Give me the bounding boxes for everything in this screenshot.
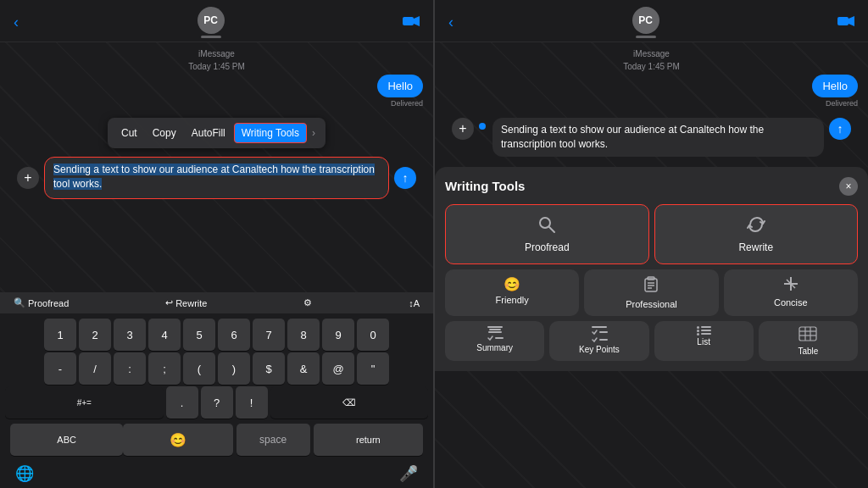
svg-marker-1	[414, 16, 420, 26]
table-icon	[798, 326, 817, 345]
delivered-label-left: Delivered	[10, 99, 423, 108]
add-attachment-button[interactable]: +	[17, 167, 39, 189]
aa-tool[interactable]: ↕A	[409, 298, 420, 308]
toolbar-chevron-icon[interactable]: ›	[309, 124, 319, 142]
back-button-left[interactable]: ‹	[14, 14, 19, 31]
rewrite-icon: ↩	[165, 297, 173, 308]
key-colon[interactable]: :	[114, 352, 146, 385]
video-call-button-left[interactable]	[403, 14, 420, 31]
settings-icon: ⚙	[303, 297, 312, 308]
key-semicolon[interactable]: ;	[148, 352, 181, 385]
back-button-right[interactable]: ‹	[448, 14, 453, 31]
globe-icon[interactable]: 🌐	[15, 464, 34, 483]
key-5[interactable]: 5	[183, 319, 215, 351]
context-toolbar-left: Cut Copy AutoFill Writing Tools ›	[108, 118, 326, 148]
key-dash[interactable]: -	[44, 352, 76, 385]
key-hashplus[interactable]: #+=	[5, 386, 164, 419]
list-tool-btn[interactable]: List	[654, 321, 754, 361]
keyboard-row4: ABC 😊 space return	[2, 420, 431, 461]
concise-tool-btn[interactable]: Concise	[724, 269, 858, 316]
send-button-right[interactable]: ↑	[829, 118, 851, 140]
rewrite-tool-btn[interactable]: Rewrite	[654, 204, 859, 264]
key-amp[interactable]: &	[287, 352, 320, 385]
key-dollar[interactable]: $	[253, 352, 285, 385]
mic-icon[interactable]: 🎤	[399, 464, 418, 483]
contact-info-right[interactable]: PC	[632, 7, 659, 38]
avatar-left: PC	[198, 7, 225, 34]
svg-rect-2	[837, 17, 849, 25]
left-header: ‹ PC	[0, 0, 433, 42]
proofread-tool-label: Proofread	[525, 241, 570, 253]
right-header: ‹ PC	[435, 0, 868, 42]
svg-marker-3	[849, 16, 854, 26]
key-4[interactable]: 4	[148, 319, 181, 351]
message-input-right[interactable]: Sending a text to show our audience at C…	[492, 118, 824, 157]
right-phone: ‹ PC iMessage Today 1:45 PM Hello Delive…	[435, 0, 868, 488]
panel-title: Writing Tools	[445, 179, 525, 193]
svg-rect-14	[799, 327, 816, 341]
keypoints-label: Key Points	[579, 345, 620, 354]
key-3[interactable]: 3	[114, 319, 146, 351]
key-1[interactable]: 1	[44, 319, 76, 351]
time-label-right: Today 1:45 PM	[445, 62, 858, 71]
professional-tool-btn[interactable]: Professional	[584, 269, 718, 316]
imessage-label-left: iMessage	[10, 49, 423, 58]
summary-tool-btn[interactable]: Summary	[445, 321, 544, 361]
key-0[interactable]: 0	[357, 319, 389, 351]
keyboard-row2: - / : ; ( ) $ & @ "	[2, 352, 431, 385]
message-area-right: iMessage Today 1:45 PM Hello Delivered +…	[435, 42, 868, 160]
key-rparen[interactable]: )	[218, 352, 250, 385]
contact-info-left[interactable]: PC	[198, 7, 225, 38]
list-icon	[695, 326, 712, 336]
summary-icon	[487, 326, 504, 341]
key-emoji[interactable]: 😊	[123, 424, 232, 456]
key-lparen[interactable]: (	[183, 352, 215, 385]
key-8[interactable]: 8	[287, 319, 320, 351]
keypoints-tool-btn[interactable]: Key Points	[549, 321, 648, 361]
aa-label: ↕A	[409, 298, 420, 308]
key-space[interactable]: space	[236, 424, 310, 456]
key-question[interactable]: ?	[201, 386, 233, 419]
cut-button[interactable]: Cut	[114, 124, 144, 142]
key-exclaim[interactable]: !	[236, 386, 268, 419]
add-attachment-button-right[interactable]: +	[452, 118, 474, 140]
proofread-label: Proofread	[28, 298, 69, 308]
key-delete[interactable]: ⌫	[270, 386, 429, 419]
professional-icon	[643, 276, 659, 297]
tools-grid-last: Summary Key Points	[445, 321, 858, 361]
friendly-tool-btn[interactable]: 😊 Friendly	[445, 269, 579, 316]
video-call-button-right[interactable]	[837, 14, 854, 31]
key-period[interactable]: .	[166, 386, 198, 419]
key-2[interactable]: 2	[79, 319, 111, 351]
key-quote[interactable]: "	[357, 352, 389, 385]
copy-button[interactable]: Copy	[146, 124, 183, 142]
key-7[interactable]: 7	[253, 319, 285, 351]
table-tool-btn[interactable]: Table	[759, 321, 858, 361]
delivered-label-right: Delivered	[445, 99, 858, 108]
send-button-left[interactable]: ↑	[394, 167, 416, 189]
rewrite-tool-icon	[747, 215, 765, 238]
input-area-wrapper-left: + Sending a text to show our audience at…	[17, 153, 416, 199]
message-container-right: Hello	[445, 75, 858, 97]
key-return[interactable]: return	[314, 424, 423, 456]
key-abc[interactable]: ABC	[10, 424, 123, 456]
autofill-button[interactable]: AutoFill	[185, 124, 232, 142]
keypoints-icon	[591, 326, 608, 343]
key-slash[interactable]: /	[79, 352, 111, 385]
message-bubble-right: Hello	[812, 75, 858, 97]
message-bubble-left: Hello	[377, 75, 423, 97]
tools-grid-top: Proofread Rewrite	[445, 204, 858, 264]
settings-tool[interactable]: ⚙	[303, 297, 312, 308]
message-input-left[interactable]: Sending a text to show our audience at C…	[44, 157, 389, 199]
left-phone: ‹ PC iMessage Today 1:45 PM Hello Delive…	[0, 0, 433, 488]
key-9[interactable]: 9	[322, 319, 354, 351]
key-6[interactable]: 6	[218, 319, 250, 351]
proofread-tool[interactable]: 🔍 Proofread	[14, 297, 69, 308]
rewrite-tool[interactable]: ↩ Rewrite	[165, 297, 207, 308]
writing-tools-button[interactable]: Writing Tools	[234, 123, 307, 143]
concise-label: Concise	[774, 297, 808, 308]
proofread-tool-btn[interactable]: Proofread	[445, 204, 649, 264]
rewrite-label: Rewrite	[175, 298, 207, 308]
panel-close-button[interactable]: ×	[839, 177, 858, 196]
key-at[interactable]: @	[322, 352, 354, 385]
